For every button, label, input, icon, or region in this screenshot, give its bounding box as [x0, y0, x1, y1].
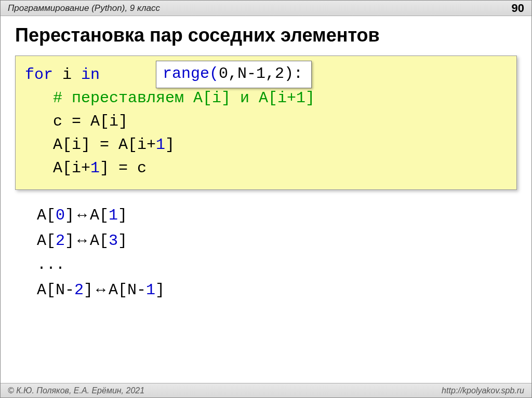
page-number: 90	[512, 2, 524, 15]
code-block: range(0,N-1,2): for i in # переставляем …	[15, 56, 517, 190]
code-line-3: c = A[i]	[25, 110, 507, 133]
swap-examples: A[0]↔A[1] A[2]↔A[3] ... A[N-2]↔A[N-1]	[15, 202, 517, 302]
swap-arrow-icon: ↔	[93, 278, 109, 302]
swap-line-n: A[N-2]↔A[N-1]	[37, 277, 517, 303]
swap-arrow-icon: ↔	[74, 228, 90, 253]
slide-title: Перестановка пар соседних элементов	[1, 16, 531, 51]
code-line-2: # переставляем A[i] и A[i+1]	[25, 87, 507, 110]
footer-copyright: © К.Ю. Поляков, Е.А. Ерёмин, 2021	[8, 386, 144, 395]
header-left: Программирование (Python), 9 класс	[8, 3, 160, 13]
code-line-4: A[i] = A[i+1]	[25, 133, 507, 157]
slide-content: range(0,N-1,2): for i in # переставляем …	[1, 56, 531, 302]
code-line-5: A[i+1] = c	[25, 157, 507, 180]
swap-line-dots: ...	[37, 253, 517, 277]
footer-url: http://kpolyakov.spb.ru	[442, 386, 524, 395]
range-overlay: range(0,N-1,2):	[156, 61, 312, 88]
swap-line-1: A[0]↔A[1]	[37, 202, 517, 228]
swap-line-2: A[2]↔A[3]	[37, 228, 517, 253]
swap-arrow-icon: ↔	[74, 203, 90, 227]
header-bar: Программирование (Python), 9 класс 90	[1, 1, 531, 16]
footer-bar: © К.Ю. Поляков, Е.А. Ерёмин, 2021 http:/…	[1, 383, 531, 397]
